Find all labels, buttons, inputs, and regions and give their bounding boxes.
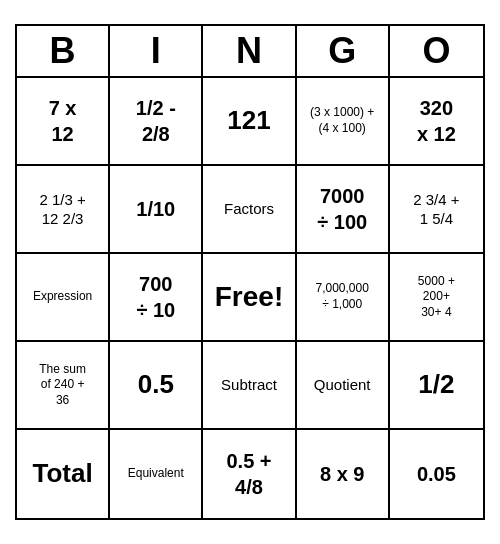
grid-cell-9: 2 3/4 +1 5/4	[390, 166, 483, 254]
grid-cell-14: 5000 +200+30+ 4	[390, 254, 483, 342]
grid-cell-8: 7000÷ 100	[297, 166, 390, 254]
grid-cell-18: Quotient	[297, 342, 390, 430]
grid-cell-23: 8 x 9	[297, 430, 390, 518]
bingo-card: BINGO 7 x121/2 -2/8121(3 x 1000) +(4 x 1…	[15, 24, 485, 520]
header-cell-i: I	[110, 26, 203, 76]
bingo-header: BINGO	[17, 26, 483, 78]
grid-cell-10: Expression	[17, 254, 110, 342]
grid-cell-22: 0.5 +4/8	[203, 430, 296, 518]
grid-cell-0: 7 x12	[17, 78, 110, 166]
grid-cell-4: 320x 12	[390, 78, 483, 166]
header-cell-b: B	[17, 26, 110, 76]
grid-cell-24: 0.05	[390, 430, 483, 518]
grid-cell-15: The sumof 240 +36	[17, 342, 110, 430]
grid-cell-11: 700÷ 10	[110, 254, 203, 342]
header-cell-o: O	[390, 26, 483, 76]
header-cell-n: N	[203, 26, 296, 76]
grid-cell-5: 2 1/3 +12 2/3	[17, 166, 110, 254]
grid-cell-7: Factors	[203, 166, 296, 254]
grid-cell-1: 1/2 -2/8	[110, 78, 203, 166]
grid-cell-16: 0.5	[110, 342, 203, 430]
grid-cell-6: 1/10	[110, 166, 203, 254]
grid-cell-12: Free!	[203, 254, 296, 342]
grid-cell-19: 1/2	[390, 342, 483, 430]
header-cell-g: G	[297, 26, 390, 76]
grid-cell-21: Equivalent	[110, 430, 203, 518]
grid-cell-13: 7,000,000÷ 1,000	[297, 254, 390, 342]
bingo-grid: 7 x121/2 -2/8121(3 x 1000) +(4 x 100)320…	[17, 78, 483, 518]
grid-cell-2: 121	[203, 78, 296, 166]
grid-cell-17: Subtract	[203, 342, 296, 430]
grid-cell-3: (3 x 1000) +(4 x 100)	[297, 78, 390, 166]
grid-cell-20: Total	[17, 430, 110, 518]
